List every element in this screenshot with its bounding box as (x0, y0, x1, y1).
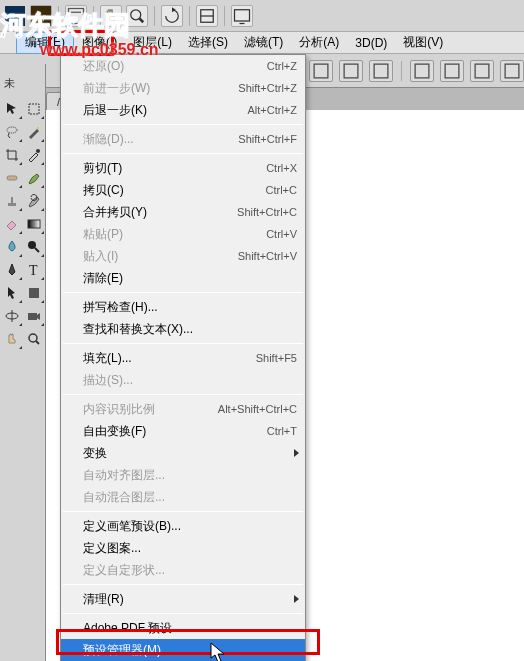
gradient-tool[interactable] (23, 213, 45, 235)
menu-filter[interactable]: 滤镜(T) (236, 32, 291, 54)
hand-icon[interactable] (100, 5, 122, 27)
menu-item-shortcut: Alt+Shift+Ctrl+C (218, 403, 297, 415)
svg-point-29 (36, 149, 40, 153)
menu-3d[interactable]: 3D(D) (347, 32, 395, 54)
menu-item-label: 内容识别比例 (83, 401, 155, 418)
eyedropper-tool[interactable] (23, 144, 45, 166)
submenu-arrow-icon (294, 595, 299, 603)
dodge-tool[interactable] (23, 236, 45, 258)
blur-tool[interactable] (1, 236, 23, 258)
menu-item-label: 自动混合图层... (83, 489, 165, 506)
separator (58, 6, 59, 26)
menu-item[interactable]: 变换 (61, 442, 305, 464)
menu-item[interactable]: 查找和替换文本(X)... (61, 318, 305, 340)
svg-line-36 (36, 341, 39, 344)
menu-item[interactable]: 定义画笔预设(B)... (61, 515, 305, 537)
svg-rect-20 (505, 64, 519, 78)
align-btn-5[interactable] (410, 60, 434, 82)
align-btn-4[interactable] (369, 60, 393, 82)
top-icon-bar: Ps Br (0, 0, 524, 32)
move-tool[interactable] (1, 98, 23, 120)
svg-point-21 (7, 127, 17, 133)
menu-item-shortcut: Shift+Ctrl+V (238, 250, 297, 262)
menu-item[interactable]: 后退一步(K)Alt+Ctrl+Z (61, 99, 305, 121)
menu-item[interactable]: 定义图案... (61, 537, 305, 559)
menu-item-label: 自动对齐图层... (83, 467, 165, 484)
menu-item[interactable]: 填充(L)...Shift+F5 (61, 347, 305, 369)
hand-tool[interactable] (1, 328, 23, 350)
ps-icon[interactable]: Ps (4, 5, 26, 27)
menu-item: 还原(O)Ctrl+Z (61, 55, 305, 77)
menu-view[interactable]: 视图(V) (395, 32, 451, 54)
menu-image[interactable]: 图像(I) (74, 32, 125, 54)
3d-rotate-tool[interactable] (1, 305, 23, 327)
menu-item: 贴入(I)Shift+Ctrl+V (61, 245, 305, 267)
arrange-icon[interactable] (196, 5, 218, 27)
menu-item[interactable]: 清理(R) (61, 588, 305, 610)
svg-point-6 (131, 9, 141, 19)
menu-item-label: 定义图案... (83, 540, 141, 557)
svg-rect-15 (344, 64, 358, 78)
shape-tool[interactable] (23, 282, 45, 304)
menu-layer[interactable]: 图层(L) (125, 32, 180, 54)
menu-separator (63, 343, 303, 344)
menu-item-shortcut: Ctrl+X (266, 162, 297, 174)
align-btn-7[interactable] (470, 60, 494, 82)
menu-item[interactable]: 自由变换(F)Ctrl+T (61, 420, 305, 442)
menu-item: 渐隐(D)...Shift+Ctrl+F (61, 128, 305, 150)
submenu-arrow-icon (294, 449, 299, 457)
align-btn-8[interactable] (500, 60, 524, 82)
history-brush-tool[interactable] (23, 190, 45, 212)
menu-item[interactable]: 合并拷贝(Y)Shift+Ctrl+C (61, 201, 305, 223)
br-icon[interactable]: Br (30, 5, 52, 27)
menu-edit[interactable]: 编辑(E) (16, 32, 74, 54)
zoom-tool[interactable] (23, 328, 45, 350)
align-btn-2[interactable] (309, 60, 333, 82)
extras-icon[interactable] (65, 5, 87, 27)
menu-item[interactable]: 拷贝(C)Ctrl+C (61, 179, 305, 201)
pen-tool[interactable] (1, 259, 23, 281)
menu-select[interactable]: 选择(S) (180, 32, 236, 54)
svg-point-28 (37, 127, 39, 129)
menu-item-label: 还原(O) (83, 58, 124, 75)
menu-separator (63, 292, 303, 293)
menu-item-shortcut: Shift+Ctrl+F (238, 133, 297, 145)
svg-rect-25 (8, 203, 16, 206)
menu-analysis[interactable]: 分析(A) (291, 32, 347, 54)
svg-marker-8 (172, 7, 176, 12)
menu-item[interactable]: 清除(E) (61, 267, 305, 289)
menu-item-label: 变换 (83, 445, 107, 462)
lasso-tool[interactable] (1, 121, 23, 143)
tool-palette: 未 T (0, 64, 46, 661)
menu-item[interactable]: 拼写检查(H)... (61, 296, 305, 318)
menu-item[interactable]: Adobe PDF 预设... (61, 617, 305, 639)
svg-rect-14 (314, 64, 328, 78)
menubar: 编辑(E) 图像(I) 图层(L) 选择(S) 滤镜(T) 分析(A) 3D(D… (0, 32, 524, 54)
menu-item: 自动混合图层... (61, 486, 305, 508)
3d-camera-tool[interactable] (23, 305, 45, 327)
menu-item-shortcut: Ctrl+C (266, 184, 297, 196)
screen-mode-icon[interactable] (231, 5, 253, 27)
menu-item[interactable]: 预设管理器(M)... (61, 639, 305, 661)
separator (154, 6, 155, 26)
crop-tool[interactable] (1, 144, 23, 166)
stamp-tool[interactable] (1, 190, 23, 212)
eraser-tool[interactable] (1, 213, 23, 235)
menu-item-label: 填充(L)... (83, 350, 132, 367)
wand-tool[interactable] (23, 121, 45, 143)
menu-item-label: 合并拷贝(Y) (83, 204, 147, 221)
menu-item[interactable]: 剪切(T)Ctrl+X (61, 157, 305, 179)
marquee-tool[interactable] (23, 98, 45, 120)
type-tool[interactable]: T (23, 259, 45, 281)
path-select-tool[interactable] (1, 282, 23, 304)
healing-tool[interactable] (1, 167, 23, 189)
align-btn-6[interactable] (440, 60, 464, 82)
menu-item-label: 自由变换(F) (83, 423, 146, 440)
rotate-icon[interactable] (161, 5, 183, 27)
menu-item-label: 贴入(I) (83, 248, 118, 265)
svg-rect-22 (7, 176, 17, 180)
menu-item-shortcut: Shift+Ctrl+Z (238, 82, 297, 94)
align-btn-3[interactable] (339, 60, 363, 82)
brush-tool[interactable] (23, 167, 45, 189)
zoom-icon[interactable] (126, 5, 148, 27)
